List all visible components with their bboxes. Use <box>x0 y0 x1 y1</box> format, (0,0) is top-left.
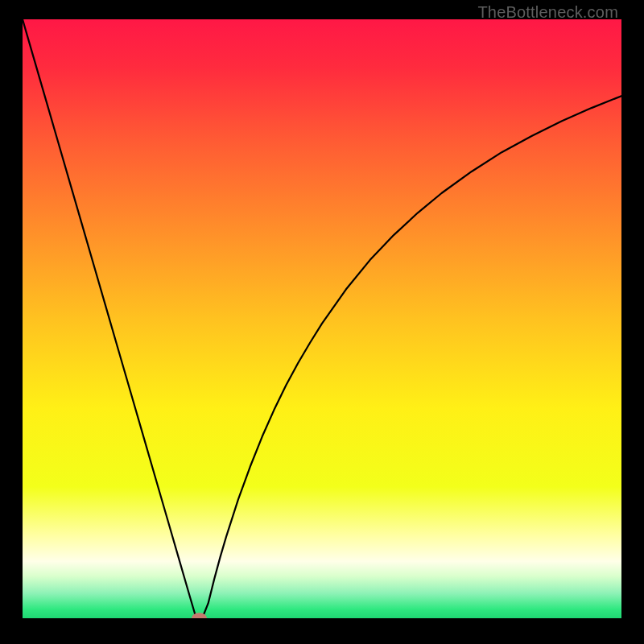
chart-frame: TheBottleneck.com <box>23 3 621 618</box>
chart-plot-area <box>23 19 621 618</box>
gradient-background <box>23 19 621 618</box>
chart-svg <box>23 19 621 618</box>
